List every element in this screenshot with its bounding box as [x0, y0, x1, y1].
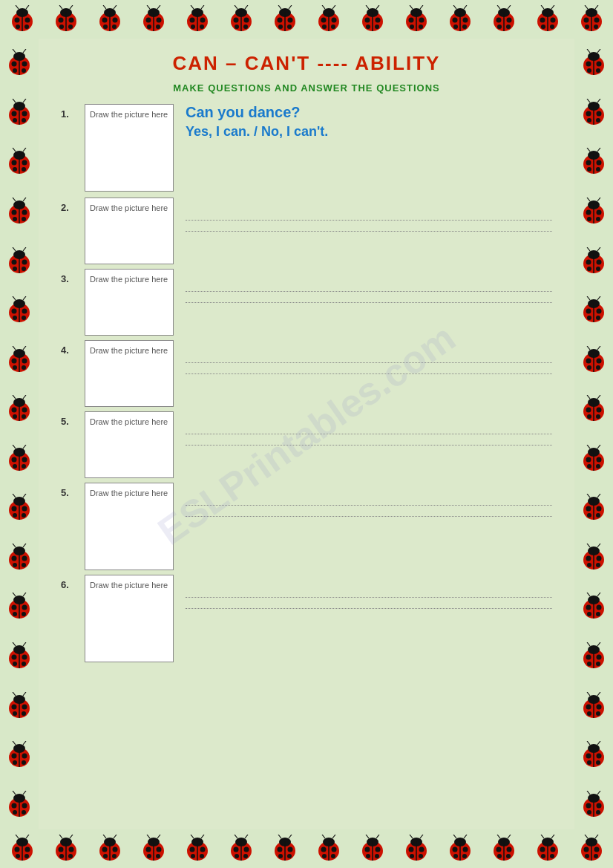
- ladybug-left-11: [5, 544, 33, 572]
- q5b-answer-lines: [186, 483, 552, 527]
- question-row-6: 6. Draw the picture here: [61, 575, 552, 662]
- q6-answer-lines: [186, 575, 552, 619]
- ladybug-right-5: [580, 247, 608, 275]
- q4-answer-lines: [186, 340, 552, 385]
- example-answer: Yes, I can. / No, I can't.: [186, 124, 552, 140]
- ladybug-bot-12: [490, 835, 518, 863]
- q5b-line-1: [186, 505, 552, 506]
- ladybug-left-4: [5, 198, 33, 226]
- ladybug-bot-6: [227, 835, 255, 863]
- ladybug-left-15: [5, 741, 33, 769]
- ladybug-right-8: [580, 395, 608, 423]
- ladybug-right-12: [580, 593, 608, 621]
- ladybug-top-10: [402, 5, 430, 33]
- ladybug-right-14: [580, 692, 608, 720]
- ladybug-bot-13: [534, 835, 562, 863]
- q5b-number: 5.: [61, 483, 85, 498]
- ladybug-bot-7: [271, 835, 299, 863]
- q6-line-2: [186, 608, 552, 609]
- content-area: ESLPrintables.com CAN – CAN'T ---- ABILI…: [39, 39, 574, 829]
- ladybug-right-15: [580, 741, 608, 769]
- q4-line-2: [186, 373, 552, 374]
- example-row: 1. Draw the picture here Can you dance? …: [61, 104, 552, 192]
- q4-number: 4.: [61, 340, 85, 356]
- ladybug-left-1: [5, 49, 33, 77]
- ladybug-bot-2: [52, 835, 80, 863]
- q3-draw-box: Draw the picture here: [85, 269, 174, 336]
- q5a-answer-lines: [186, 411, 552, 456]
- example-number: 1.: [61, 104, 85, 120]
- q3-line-2: [186, 302, 552, 303]
- q5a-line-1: [186, 434, 552, 434]
- ladybug-bot-3: [96, 835, 124, 863]
- ladybug-right-9: [580, 445, 608, 473]
- page: ESLPrintables.com CAN – CAN'T ---- ABILI…: [0, 0, 613, 868]
- ladybug-right-10: [580, 494, 608, 522]
- ladybug-right-16: [580, 791, 608, 819]
- q5a-number: 5.: [61, 411, 85, 427]
- ladybug-left-2: [5, 99, 33, 127]
- q4-line-1: [186, 362, 552, 363]
- ladybug-left-8: [5, 395, 33, 423]
- page-subtitle: MAKE QUESTIONS AND ANSWER THE QUESTIONS: [61, 82, 552, 94]
- border-left: [0, 39, 39, 829]
- q3-answer-lines: [186, 269, 552, 313]
- ladybug-right-4: [580, 198, 608, 226]
- q6-draw-box: Draw the picture here: [85, 575, 174, 662]
- ladybug-top-11: [446, 5, 474, 33]
- ladybug-top-2: [52, 5, 80, 33]
- ladybug-top-3: [96, 5, 124, 33]
- ladybug-left-12: [5, 593, 33, 621]
- ladybug-left-9: [5, 445, 33, 473]
- q2-line-2: [186, 231, 552, 232]
- ladybug-left-16: [5, 791, 33, 819]
- ladybug-top-8: [315, 5, 343, 33]
- q5a-draw-box: Draw the picture here: [85, 411, 174, 478]
- ladybug-top-6: [227, 5, 255, 33]
- border-right: [574, 39, 613, 829]
- question-row-2: 2. Draw the picture here: [61, 198, 552, 264]
- example-answer-area: Can you dance? Yes, I can. / No, I can't…: [186, 104, 552, 140]
- ladybug-top-9: [358, 5, 387, 33]
- q3-line-1: [186, 291, 552, 292]
- q6-number: 6.: [61, 575, 85, 590]
- ladybug-top-14: [577, 5, 606, 33]
- example-draw-box: Draw the picture here: [85, 104, 174, 192]
- ladybug-top-7: [271, 5, 299, 33]
- page-title: CAN – CAN'T ---- ABILITY: [61, 52, 552, 75]
- q6-line-1: [186, 597, 552, 598]
- ladybug-bot-1: [8, 835, 36, 863]
- ladybug-right-11: [580, 544, 608, 572]
- ladybug-right-2: [580, 99, 608, 127]
- example-question: Can you dance?: [186, 104, 552, 121]
- ladybug-left-13: [5, 642, 33, 670]
- ladybug-bot-5: [183, 835, 212, 863]
- ladybug-left-14: [5, 692, 33, 720]
- ladybug-right-13: [580, 642, 608, 670]
- question-row-5b: 5. Draw the picture here: [61, 483, 552, 570]
- ladybug-right-1: [580, 49, 608, 77]
- ladybug-top-1: [8, 5, 36, 33]
- ladybug-right-6: [580, 296, 608, 324]
- ladybug-bot-4: [140, 835, 168, 863]
- ladybug-top-5: [183, 5, 212, 33]
- border-bottom: [0, 829, 613, 868]
- ladybug-top-12: [490, 5, 518, 33]
- ladybug-bot-14: [577, 835, 606, 863]
- q5b-line-2: [186, 516, 552, 517]
- q3-number: 3.: [61, 269, 85, 284]
- ladybug-bot-11: [446, 835, 474, 863]
- border-top: [0, 0, 613, 39]
- question-row-5a: 5. Draw the picture here: [61, 411, 552, 478]
- question-row-3: 3. Draw the picture here: [61, 269, 552, 336]
- q2-draw-box: Draw the picture here: [85, 198, 174, 264]
- q2-number: 2.: [61, 198, 85, 213]
- ladybug-right-3: [580, 148, 608, 176]
- ladybug-bot-8: [315, 835, 343, 863]
- q5b-draw-box: Draw the picture here: [85, 483, 174, 570]
- ladybug-right-7: [580, 346, 608, 374]
- question-row-4: 4. Draw the picture here: [61, 340, 552, 407]
- ladybug-left-6: [5, 296, 33, 324]
- ladybug-top-13: [534, 5, 562, 33]
- ladybug-left-5: [5, 247, 33, 275]
